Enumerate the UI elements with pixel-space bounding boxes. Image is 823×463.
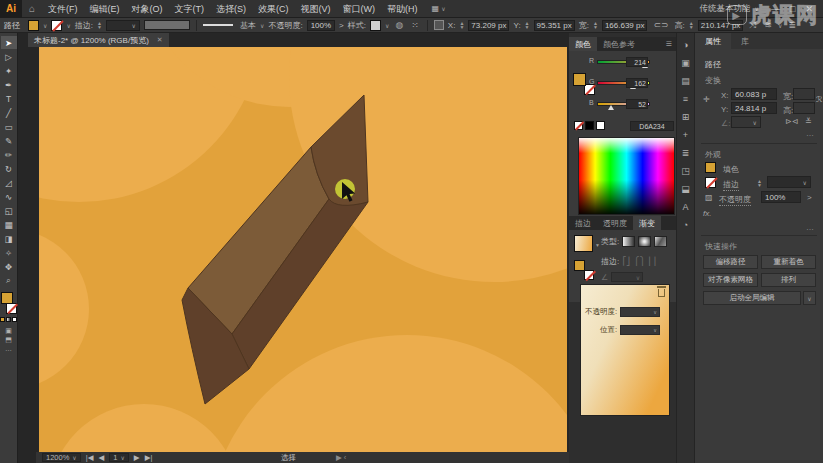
hand-tool[interactable]: ✥ (1, 260, 17, 273)
artboard-select[interactable]: 1∨ (109, 453, 129, 462)
stroke-stepper[interactable]: ▲▼ (757, 179, 762, 187)
direct-selection-tool[interactable]: ▷ (1, 50, 17, 63)
stroke-weight-stepper[interactable]: ▲▼ (97, 21, 102, 29)
opacity-field[interactable]: 100% (307, 20, 335, 31)
offset-path-button[interactable]: 偏移路径 (703, 255, 758, 269)
appearance-more[interactable]: … (806, 223, 815, 232)
zoom-level-select[interactable]: 1200%∨ (42, 453, 81, 462)
appearance-stroke-swatch[interactable] (705, 177, 716, 188)
link-dimensions-icon[interactable]: ⊂⊃ (651, 20, 670, 30)
prev-artboard-icon[interactable]: ◀ (98, 453, 104, 462)
menu-view[interactable]: 视图(V) (295, 0, 337, 18)
mesh-tool[interactable]: ▦ (1, 218, 17, 231)
radial-gradient-button[interactable] (638, 236, 651, 247)
white-swatch[interactable] (596, 121, 605, 130)
popup-opacity-dropdown[interactable]: ∨ (620, 307, 660, 317)
shape-builder-tool[interactable]: ◱ (1, 204, 17, 217)
dock-asset-export-icon[interactable]: ⬓ (681, 185, 690, 194)
dock-character-icon[interactable]: A (682, 203, 688, 212)
tab-gradient[interactable]: 渐变 (633, 216, 661, 230)
last-artboard-icon[interactable]: ▶| (145, 453, 153, 462)
dock-artboards-icon[interactable]: ◳ (681, 167, 690, 176)
stroke-weight-field[interactable]: ∨ (106, 20, 140, 31)
g-value-field[interactable] (626, 78, 648, 88)
dock-transparency-icon[interactable]: ◔ (683, 221, 688, 230)
angle-field[interactable]: ∨ (611, 272, 643, 282)
style-swatch[interactable] (370, 20, 381, 31)
magic-wand-tool[interactable]: ✦ (1, 64, 17, 77)
menu-select[interactable]: 选择(S) (210, 0, 252, 18)
pen-tool[interactable]: ✒ (1, 78, 17, 91)
stroke-swatch[interactable] (51, 20, 62, 31)
color-fill-swatch[interactable] (573, 73, 586, 86)
arrange-documents-icon[interactable]: ▦ ∨ (432, 4, 446, 13)
draw-mode-icon[interactable]: ▣ (5, 327, 12, 334)
gradient-stroke-swatch[interactable] (584, 270, 594, 280)
preferences-grid-icon[interactable]: ⁙ (409, 20, 421, 30)
selection-tool[interactable]: ➤ (1, 36, 17, 49)
prop-opacity-field[interactable]: 100% (761, 191, 801, 203)
menu-type[interactable]: 文字(T) (169, 0, 211, 18)
dock-stroke-icon[interactable]: ≡ (683, 95, 688, 104)
fx-button[interactable]: fx. (703, 209, 711, 218)
menu-file[interactable]: 文件(F) (42, 0, 84, 18)
app-logo[interactable]: Ai (0, 0, 22, 18)
y-field[interactable]: 95.351 px (534, 20, 575, 31)
prop-opacity-label[interactable]: 不透明度 (719, 194, 751, 206)
scale-tool[interactable]: ◿ (1, 176, 17, 189)
align-pixel-grid-button[interactable]: 对齐像素网格 (703, 273, 758, 287)
tab-transparency[interactable]: 透明度 (597, 216, 633, 230)
prop-x-field[interactable]: 60.083 p (731, 88, 777, 100)
toolbar-more[interactable]: … (5, 345, 12, 352)
toolbar-fill-swatch[interactable] (1, 292, 13, 304)
global-edit-button[interactable]: 启动全局编辑 (703, 291, 801, 305)
transform-more[interactable]: … (806, 129, 815, 138)
menu-window[interactable]: 窗口(W) (337, 0, 382, 18)
flip-horizontal-icon[interactable]: ⊳⊲ (785, 117, 798, 126)
eyedropper-tool[interactable]: ✧ (1, 246, 17, 259)
pencil-tool[interactable]: ✏ (1, 148, 17, 161)
fill-stroke-swatches[interactable] (1, 292, 17, 314)
shear-icon[interactable]: ℛ (816, 95, 822, 104)
dock-symbols-icon[interactable]: ⊞ (682, 113, 690, 122)
document-tab[interactable]: 未标题-2* @ 1200% (RGB/预览) ✕ (28, 33, 169, 47)
toolbar-stroke-swatch[interactable] (6, 303, 17, 314)
arrange-button[interactable]: 排列 (761, 273, 816, 287)
recolor-button[interactable]: 重新着色 (761, 255, 816, 269)
rotate-tool[interactable]: ↻ (1, 162, 17, 175)
tab-close-icon[interactable]: ✕ (157, 36, 163, 44)
artboard-canvas[interactable] (39, 47, 567, 452)
reference-point-locator[interactable] (434, 20, 444, 30)
tab-libraries[interactable]: 库 (731, 33, 759, 49)
type-tool[interactable]: T (1, 92, 17, 105)
fill-swatch[interactable] (28, 20, 39, 31)
none-color-swatch[interactable] (574, 121, 583, 130)
line-tool[interactable]: ╱ (1, 106, 17, 119)
freeform-gradient-button[interactable] (654, 236, 667, 247)
gradient-preview-swatch[interactable] (574, 235, 593, 252)
dock-plus-icon[interactable]: + (683, 131, 688, 140)
first-artboard-icon[interactable]: |◀ (86, 453, 94, 462)
dock-color-icon[interactable]: ◑ (683, 41, 688, 50)
home-icon[interactable]: ⌂ (22, 3, 42, 14)
screen-mode-icon[interactable]: ⬒ (5, 336, 12, 343)
tab-color[interactable]: 颜色 (569, 37, 597, 51)
none-button[interactable] (12, 317, 17, 322)
tab-color-guide[interactable]: 颜色参考 (597, 37, 641, 51)
width-field[interactable]: 166.639 px (602, 20, 648, 31)
black-swatch[interactable] (585, 121, 594, 130)
stroke-weight-dropdown[interactable]: ∨ (767, 176, 811, 188)
tab-properties[interactable]: 属性 (695, 33, 731, 49)
stroke-along-icon[interactable]: ⎧⎫ (633, 257, 645, 266)
opacity-more[interactable]: > (339, 21, 344, 30)
linear-gradient-button[interactable] (622, 236, 635, 247)
r-value-field[interactable] (626, 57, 648, 67)
stroke-across-icon[interactable]: ⎢⎥ (648, 257, 656, 266)
menu-edit[interactable]: 编辑(E) (84, 0, 126, 18)
gradient-tool[interactable]: ◨ (1, 232, 17, 245)
gradient-button[interactable] (6, 317, 11, 322)
global-edit-dropdown[interactable]: ∨ (803, 291, 816, 305)
hex-value-field[interactable] (630, 121, 674, 131)
delete-stop-icon[interactable] (658, 289, 665, 297)
menu-object[interactable]: 对象(O) (126, 0, 169, 18)
